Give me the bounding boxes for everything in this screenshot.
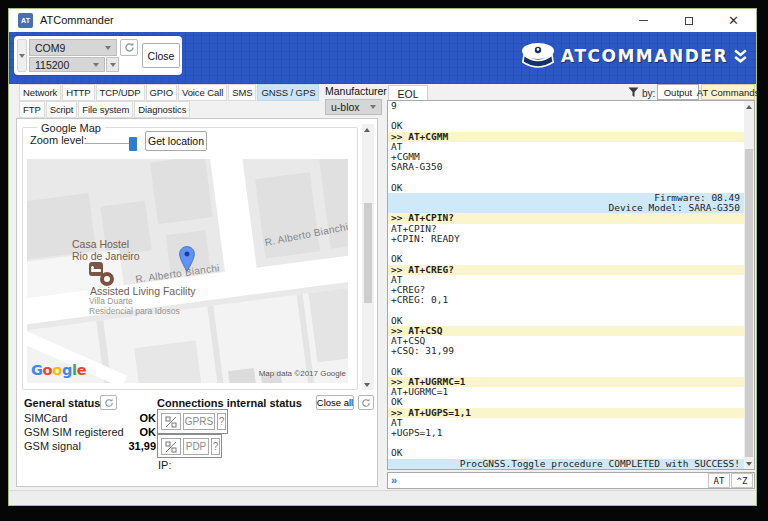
- tab-gpio[interactable]: GPIO: [146, 84, 177, 101]
- terminal-line: OK: [388, 448, 744, 458]
- baud-rate-select[interactable]: 115200: [29, 57, 105, 72]
- status-row: GSM signal31,99: [24, 439, 156, 453]
- zoom-level-label: Zoom level:: [30, 134, 87, 146]
- terminal-line: [388, 173, 744, 183]
- terminal-scrollbar[interactable]: [744, 101, 754, 469]
- scroll-down-icon[interactable]: [362, 379, 372, 390]
- terminal-line: [388, 244, 744, 254]
- tab-script[interactable]: Script: [46, 101, 78, 118]
- panel-scroll-thumb[interactable]: [364, 203, 372, 303]
- get-location-button[interactable]: Get location: [145, 131, 207, 151]
- terminal-scroll-thumb[interactable]: [745, 149, 753, 457]
- close-button[interactable]: ✕: [711, 9, 756, 32]
- chevron-double-down-icon[interactable]: [734, 49, 747, 64]
- terminal-line: AT+UGRMC=1: [388, 387, 744, 397]
- scroll-up-icon[interactable]: [744, 101, 754, 112]
- terminal-line: >> AT+CSQ: [388, 326, 744, 336]
- filter-at-commands-button[interactable]: AT Commands: [701, 84, 755, 100]
- at-button[interactable]: AT: [708, 473, 730, 488]
- app-window: AT ATCommander ✕ COM9 115200 Close: [8, 8, 757, 506]
- tab-gnss-gps[interactable]: GNSS / GPS: [257, 84, 319, 101]
- tab-sms[interactable]: SMS: [228, 84, 256, 101]
- connect-toggle-icon[interactable]: [161, 413, 181, 430]
- status-label: SIMCard: [24, 412, 67, 424]
- terminal-line: Firmware: 08.49: [388, 193, 744, 203]
- maximize-button[interactable]: [666, 9, 711, 32]
- connections-refresh-button[interactable]: [358, 395, 374, 410]
- terminal-line: >> AT+CGMM: [388, 132, 744, 142]
- tab-file-system[interactable]: File system: [78, 101, 133, 118]
- terminal-line: AT: [388, 418, 744, 428]
- terminal-line: OK: [388, 183, 744, 193]
- terminal-line: >> AT+UGRMC=1: [388, 377, 744, 387]
- gprs-help-button[interactable]: ?: [217, 413, 226, 430]
- panel-scrollbar[interactable]: [362, 124, 374, 390]
- close-port-button[interactable]: Close: [142, 43, 180, 68]
- tab-http[interactable]: HTTP: [62, 84, 94, 101]
- pdp-connection-box: PDP ?: [157, 434, 222, 458]
- tab-bar-main: NetworkHTTPTCP/UDPGPIOVoice CallSMSGNSS …: [19, 84, 320, 101]
- terminal-line: +CREG: 0,1: [388, 295, 744, 305]
- captain-hat-icon: [521, 42, 555, 70]
- pdp-help-button[interactable]: ?: [211, 438, 220, 455]
- baud-rate-value: 115200: [35, 59, 69, 71]
- port-expander[interactable]: [17, 39, 27, 72]
- zoom-slider-thumb[interactable]: [129, 137, 137, 151]
- poi-icon: [100, 272, 114, 286]
- baud-dropdown-button[interactable]: [106, 57, 119, 72]
- status-value: 31,99: [128, 440, 156, 452]
- terminal-line: +UGPS=1,1: [388, 428, 744, 438]
- map-label-casa-hostel: Casa HostelRio de Janeiro: [72, 238, 140, 262]
- close-all-button[interactable]: Close all: [316, 395, 354, 410]
- chevron-down-icon: [110, 63, 116, 67]
- connections-status-title: Connections internal status: [157, 397, 302, 409]
- ctrl-z-button[interactable]: ^Z: [731, 473, 753, 488]
- com-port-select[interactable]: COM9: [29, 39, 117, 56]
- terminal-line: 9: [388, 101, 744, 111]
- tab-voice-call[interactable]: Voice Call: [178, 84, 227, 101]
- terminal-line: +CREG?: [388, 285, 744, 295]
- scroll-down-icon[interactable]: [744, 458, 754, 469]
- scroll-up-icon[interactable]: [362, 124, 372, 135]
- tab-eol[interactable]: EOL: [388, 85, 428, 101]
- connect-toggle-icon[interactable]: [161, 438, 181, 455]
- tab-diagnostics[interactable]: Diagnostics: [134, 101, 190, 118]
- command-input[interactable]: [397, 473, 708, 488]
- google-map[interactable]: Casa HostelRio de Janeiro Assisted Livin…: [27, 159, 348, 383]
- tab-ftp[interactable]: FTP: [19, 101, 45, 118]
- google-logo-letter: G: [31, 362, 43, 378]
- zoom-slider-track[interactable]: [85, 143, 135, 144]
- google-logo-letter: o: [43, 362, 53, 378]
- app-icon: AT: [18, 13, 33, 28]
- chevron-down-icon: [105, 46, 111, 50]
- terminal-line: SARA-G350: [388, 162, 744, 172]
- terminal-line: AT+CPIN?: [388, 224, 744, 234]
- pdp-button[interactable]: PDP: [183, 438, 209, 455]
- port-group: COM9 115200 Close: [14, 36, 182, 75]
- gnss-panel: Google Map Zoom level: Get location: [16, 118, 378, 487]
- tab-bar-secondary: FTPScriptFile systemDiagnostics: [19, 101, 191, 118]
- brand: ATCOMMANDER: [521, 42, 747, 70]
- map-attribution: Map data ©2017 Google: [259, 369, 346, 378]
- terminal-line: OK: [388, 397, 744, 407]
- map-pin-icon[interactable]: [179, 245, 195, 273]
- google-map-group-title: Google Map: [37, 122, 105, 134]
- manufacturer-select[interactable]: u-blox: [325, 99, 382, 115]
- gprs-button[interactable]: GPRS: [183, 413, 215, 430]
- refresh-ports-button[interactable]: [120, 39, 138, 56]
- tab-network[interactable]: Network: [19, 84, 61, 101]
- tab-tcp-udp[interactable]: TCP/UDP: [96, 84, 145, 101]
- ip-label: IP:: [158, 459, 171, 471]
- minimize-button[interactable]: [621, 9, 666, 32]
- terminal-line: OK: [388, 367, 744, 377]
- filter-output-button[interactable]: Output: [657, 84, 699, 100]
- general-status-refresh-button[interactable]: [100, 395, 117, 410]
- terminal-line: ProcGNSS.Toggle procedure COMPLETED with…: [388, 459, 744, 469]
- header-bar: COM9 115200 Close ATCOMMANDER: [9, 32, 756, 84]
- terminal-line: +CSQ: 31,99: [388, 346, 744, 356]
- title-bar: AT ATCommander ✕: [9, 9, 756, 32]
- terminal-line: +CGMM: [388, 152, 744, 162]
- terminal-output[interactable]: 9OK>> AT+CGMMAT+CGMMSARA-G350OKFirmware:…: [387, 100, 755, 470]
- general-status-rows: SIMCardOKGSM SIM registeredOKGSM signal3…: [24, 411, 156, 453]
- terminal-line: [388, 438, 744, 448]
